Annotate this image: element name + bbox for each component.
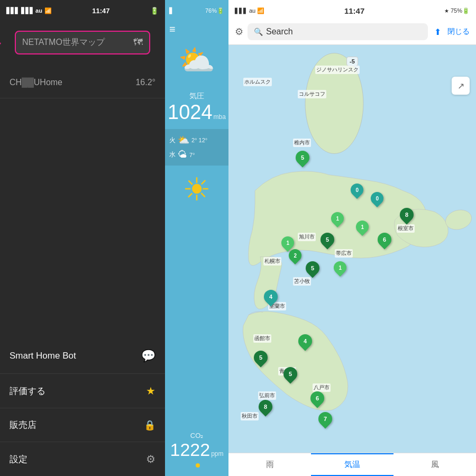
menu-home-label: CH██UHome <box>10 78 62 87</box>
star-icon: ★ <box>146 385 155 397</box>
city-label-hachinohe: 八戸市 <box>313 383 331 392</box>
forecast-section: 火 ⛅ 2° 12° 水 🌤 7° <box>165 129 228 166</box>
hamburger-menu[interactable]: ≡ <box>165 19 228 40</box>
status-left: ▋▋▋ au 📶 <box>235 7 264 14</box>
forecast-temps1: 2° 12° <box>191 137 207 143</box>
map-pin-17: 6 <box>310 391 324 405</box>
menu-item-home[interactable]: CH██UHome 16.2° <box>0 67 165 98</box>
carrier-right: au <box>249 7 255 14</box>
co2-value: 1222 <box>170 440 210 460</box>
co2-section: CO₂ 1222 ppm <box>165 427 228 476</box>
forecast-day1-label: 火 <box>169 136 176 145</box>
map-pin-14: 4 <box>298 334 312 348</box>
battery-middle: 76%🔋 <box>205 7 224 14</box>
screenshot-container: ▋▋▋ ▋▋▋ au 📶 11:47 🔋 NETATMO世界マップ 🗺 <box>0 0 476 476</box>
search-text: Search <box>266 27 293 36</box>
map-pin-5: 6 <box>378 233 391 246</box>
city-label-sapporo: 札幌市 <box>263 257 281 266</box>
city-label-asahikawa: 旭川市 <box>298 233 316 241</box>
review-label: 評価する <box>10 385 45 397</box>
pressure-label: 気圧 <box>165 91 228 101</box>
tab-temperature[interactable]: 気温 <box>311 453 393 476</box>
menu-item-smart-home-bot[interactable]: Smart Home Bot 💬 <box>0 338 165 374</box>
city-label-obihiro: 帯広市 <box>335 249 353 258</box>
lock-icon: 🔒 <box>144 419 155 431</box>
menu-panel: ▋▋▋ ▋▋▋ au 📶 11:47 🔋 NETATMO世界マップ 🗺 <box>0 0 165 476</box>
map-icon: 🗺 <box>133 37 143 48</box>
location-button[interactable]: ↗ <box>452 77 470 95</box>
battery-icon: 🔋 <box>150 7 159 15</box>
temp-badge-top: -5 <box>346 57 358 66</box>
menu-home-value: 16.2° <box>135 78 155 87</box>
search-icon: 🔍 <box>254 28 263 36</box>
map-pin-18: 8 <box>259 400 272 414</box>
wifi-icon: 📶 <box>44 7 52 14</box>
map-pin-1: 5 <box>296 151 309 164</box>
city-label-hakodate: 函館市 <box>253 334 271 343</box>
menu-item-store[interactable]: 販売店 🔒 <box>0 408 165 442</box>
bluetooth-icon: ★ <box>444 8 449 14</box>
weather-cloud-area: ⛅ <box>165 40 228 81</box>
battery-right: 75%🔋 <box>451 7 470 14</box>
map-pin-4: 8 <box>400 208 414 222</box>
map-search-header: ⚙ 🔍 Search ⬆ 閉じる <box>228 19 476 45</box>
sun-section: ☀ <box>165 166 228 213</box>
tab-rain[interactable]: 雨 <box>228 453 311 476</box>
smart-home-bot-label: Smart Home Bot <box>10 351 76 361</box>
map-pin-8: 5 <box>321 233 334 246</box>
status-bar-dark: ▋▋▋ ▋▋▋ au 📶 11:47 🔋 <box>0 0 165 19</box>
map-area[interactable]: -5 ホルムスク コルサコフ ジノサハリンスク 稚内市 旭川市 札幌市 帯広市 … <box>228 45 476 453</box>
cloud-icon: ⛅ <box>178 43 215 77</box>
map-pin-7: 1 <box>356 221 369 233</box>
co2-label: CO₂ <box>169 432 224 440</box>
search-bar[interactable]: 🔍 Search <box>248 23 428 40</box>
pink-arrow-annotation <box>0 30 3 56</box>
time-right: 11:47 <box>344 6 364 15</box>
city-label-nemuro: 根室市 <box>397 224 415 233</box>
search-placeholder-text: NETATMO世界マップ <box>22 37 105 48</box>
share-button[interactable]: ⬆ <box>434 27 441 37</box>
co2-dot-indicator <box>196 463 200 468</box>
map-pin-2: 0 <box>351 184 363 196</box>
signal-bars-icon: ▋▋▋ <box>6 7 19 14</box>
close-button[interactable]: 閉じる <box>447 27 470 36</box>
co2-unit: ppm <box>211 450 223 457</box>
forecast-day2-label: 水 <box>169 150 176 159</box>
menu-item-review[interactable]: 評価する ★ <box>0 374 165 408</box>
map-pin-11: 5 <box>306 261 319 275</box>
compass-icon: ↗ <box>457 81 464 91</box>
city-label-akita: 秋田市 <box>241 412 259 420</box>
map-panel: ▋▋▋ au 📶 11:47 ★ 75%🔋 ⚙ 🔍 Search ⬆ 閉じる <box>228 0 476 476</box>
signal-bars-right: ▋▋▋ <box>235 8 248 14</box>
city-label-korsakov: コルサコフ <box>298 90 326 98</box>
messenger-icon: 💬 <box>141 349 155 363</box>
sun-icon: ☀ <box>182 171 211 208</box>
status-right: ★ 75%🔋 <box>444 7 470 14</box>
pressure-section: 気圧 1024 mba <box>165 91 228 124</box>
city-label-wakkanai: 稚内市 <box>293 139 311 147</box>
forecast-icon2: 🌤 <box>178 149 187 160</box>
status-bar-right: ▋▋▋ au 📶 11:47 ★ 75%🔋 <box>228 0 476 19</box>
map-pin-3: 0 <box>371 192 383 205</box>
city-label-yuzhno: ジノサハリンスク <box>315 66 360 74</box>
tab-wind[interactable]: 風 <box>393 453 476 476</box>
pressure-value: 1024 <box>168 101 213 124</box>
bottom-tab-bar: 雨 気温 風 <box>228 453 476 476</box>
wifi-right: 📶 <box>257 7 264 14</box>
city-label-tomakomai: 苫小牧 <box>293 277 311 286</box>
signal-indicator: ▋▋▋ ▋▋▋ au 📶 <box>6 7 52 14</box>
gear-button[interactable]: ⚙ <box>235 26 243 38</box>
pressure-unit: mba <box>214 113 226 121</box>
time-display: 11:47 <box>92 7 109 15</box>
weather-panel: ▋ 76%🔋 ≡ ⛅ 気圧 1024 mba 火 ⛅ 2° 12° 水 <box>165 0 228 476</box>
forecast-temps2: 7° <box>189 152 195 158</box>
city-label-hirosaki: 弘前市 <box>258 391 276 400</box>
city-label-kholmsk: ホルムスク <box>243 78 272 86</box>
map-pin-10: 2 <box>289 249 301 262</box>
settings-label: 設定 <box>10 453 28 465</box>
netatmo-search-box[interactable]: NETATMO世界マップ 🗺 <box>15 31 150 54</box>
menu-item-settings[interactable]: 設定 ⚙ <box>0 442 165 476</box>
map-pin-13: 4 <box>264 290 278 304</box>
map-pin-9: 1 <box>281 236 294 249</box>
signal-icon-middle: ▋ <box>169 7 173 14</box>
